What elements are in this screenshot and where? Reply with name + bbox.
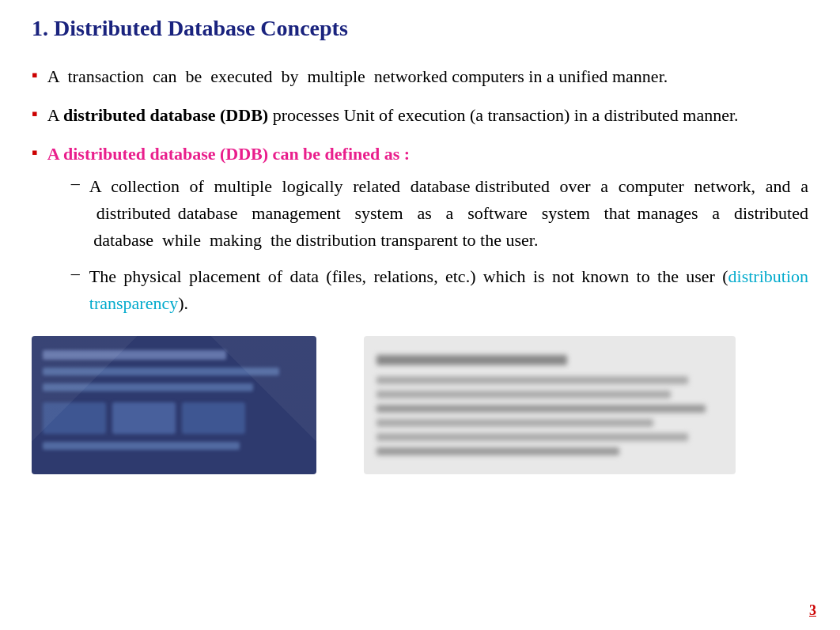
page-number: 3	[809, 602, 816, 619]
bullet-text-1: A transaction can be executed by multipl…	[47, 63, 808, 89]
distribution-transparency-link: distribution transparency	[89, 266, 808, 313]
bullet-item-2: ▪ A distributed database (DDB) processes…	[32, 102, 808, 128]
ddb-bold: distributed database (DDB)	[63, 105, 268, 125]
bullet-item-1: ▪ A transaction can be executed by multi…	[32, 63, 808, 89]
sub-bullet-item-1: – A collection of multiple logically rel…	[71, 173, 808, 254]
images-row	[32, 336, 808, 474]
bullet-marker-1: ▪	[32, 65, 38, 85]
bullet-text-3: A distributed database (DDB) can be defi…	[47, 144, 410, 164]
dash-icon-1: –	[71, 173, 80, 194]
bullet-marker-3: ▪	[32, 142, 38, 163]
image-light	[364, 336, 736, 474]
content-area: ▪ A transaction can be executed by multi…	[32, 63, 808, 322]
sub-bullet-text-2: The physical placement of data (files, r…	[89, 263, 808, 317]
image-dark	[32, 336, 316, 474]
page-title: 1. Distributed Database Concepts	[32, 16, 808, 41]
bullet-item-3: ▪ A distributed database (DDB) can be de…	[32, 141, 808, 317]
bullet-marker-2: ▪	[32, 104, 38, 124]
sub-bullet-item-2: – The physical placement of data (files,…	[71, 263, 808, 317]
page-container: 1. Distributed Database Concepts ▪ A tra…	[0, 0, 840, 630]
dash-icon-2: –	[71, 263, 80, 284]
sub-bullet-text-1: A collection of multiple logically relat…	[89, 173, 808, 254]
sub-bullets: – A collection of multiple logically rel…	[71, 173, 808, 317]
bullet-text-2: A distributed database (DDB) processes U…	[47, 102, 808, 128]
